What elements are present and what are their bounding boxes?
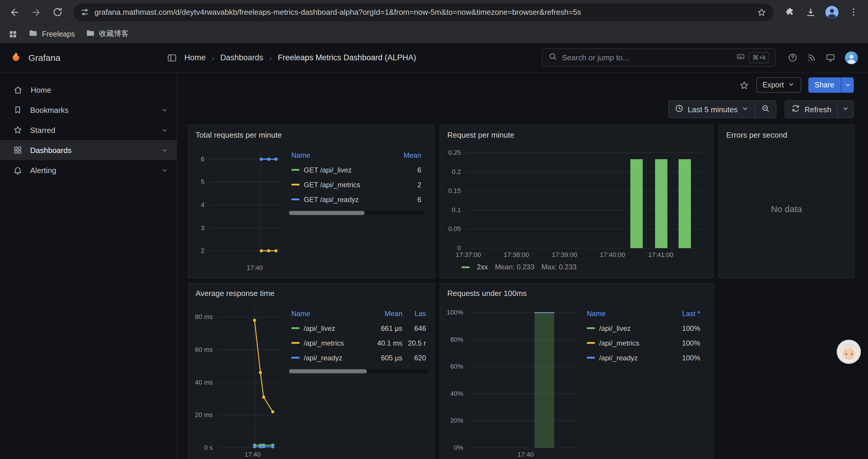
menu-kebab-icon[interactable]: [843, 2, 863, 22]
time-range-picker[interactable]: Last 5 minutes: [668, 100, 755, 118]
svg-text:80%: 80%: [450, 336, 463, 343]
breadcrumb-dashboards[interactable]: Dashboards: [220, 53, 263, 62]
news-rss-icon[interactable]: [807, 53, 816, 63]
back-button[interactable]: [5, 2, 25, 22]
series-swatch: [587, 357, 595, 359]
legend-header[interactable]: Name: [291, 309, 365, 318]
series-swatch: [291, 357, 300, 359]
legend-row[interactable]: /api/_livez100%: [584, 321, 703, 335]
legend-row[interactable]: GET /api/_livez6: [289, 162, 424, 177]
legend-row[interactable]: /api/_metrics40.1 ms20.5 r: [289, 335, 428, 350]
panel-header[interactable]: Request per minute: [440, 125, 713, 144]
panel-request-per-minute[interactable]: Request per minute 00.050.10.150.20.2517…: [440, 125, 714, 278]
panel-average-response-time[interactable]: Average response time 0 s20 ms40 ms60 ms…: [188, 283, 435, 459]
legend-header[interactable]: Las: [406, 309, 426, 318]
timeseries-chart[interactable]: 2345617:40: [194, 144, 286, 273]
chevron-down-icon[interactable]: [161, 146, 168, 154]
star-icon: [13, 125, 23, 135]
sidebar-item-home[interactable]: Home: [0, 80, 177, 100]
bookmark-folder-blogs[interactable]: 收藏博客: [85, 28, 128, 40]
panel-header[interactable]: Average response time: [188, 284, 434, 302]
chart-svg: 00.050.10.150.20.2517:37:0017:38:0017:39…: [446, 144, 707, 260]
svg-text:17:39:00: 17:39:00: [552, 251, 577, 258]
grafana-logo[interactable]: [9, 50, 23, 65]
legend-scrollbar[interactable]: [289, 369, 428, 373]
panel-errors-per-second[interactable]: Errors per second No data: [718, 125, 855, 278]
apps-grid-icon[interactable]: [8, 29, 18, 39]
search-shortcut: ⌘+k: [736, 52, 769, 63]
chevron-down-icon[interactable]: [161, 106, 168, 114]
legend-header[interactable]: Name: [587, 309, 668, 318]
search-input[interactable]: Search or jump to... ⌘+k: [542, 48, 776, 67]
no-data-message: No data: [725, 144, 848, 273]
svg-text:4: 4: [201, 201, 205, 208]
panel-title: Errors per second: [726, 130, 787, 139]
bar-chart[interactable]: 00.050.10.150.20.2517:37:0017:38:0017:39…: [446, 144, 707, 260]
grafana-app: Grafana Home › Dashboards › Freeleaps Me…: [0, 43, 868, 459]
timeseries-chart[interactable]: 0 s20 ms40 ms60 ms80 ms17:40: [194, 302, 286, 459]
favorite-star-button[interactable]: [739, 80, 749, 90]
bookmark-star-icon[interactable]: [757, 7, 766, 17]
panel-title: Total requests per minute: [195, 130, 282, 139]
help-icon[interactable]: [788, 53, 798, 63]
legend-header[interactable]: Last *: [672, 309, 700, 318]
breadcrumb-home[interactable]: Home: [184, 53, 206, 62]
legend-table: NameMeanLas/api/_livez661 µs646/api/_met…: [286, 302, 428, 459]
sidebar-item-bookmarks[interactable]: Bookmarks: [0, 100, 177, 120]
zoom-out-icon: [761, 104, 770, 114]
share-menu-chevron[interactable]: [841, 77, 854, 93]
legend-row[interactable]: /api/_readyz605 µs620: [289, 350, 428, 365]
panel-header[interactable]: Total requests per minute: [188, 125, 434, 144]
legend-header[interactable]: Name: [291, 151, 392, 159]
export-button[interactable]: Export: [756, 77, 801, 93]
legend-header[interactable]: Mean: [395, 151, 421, 159]
site-settings-icon[interactable]: [80, 8, 89, 17]
legend[interactable]: 2xx Mean: 0.233 Max: 0.233: [446, 260, 707, 275]
svg-text:6: 6: [201, 155, 205, 163]
assistant-avatar[interactable]: [838, 341, 860, 363]
svg-text:100%: 100%: [447, 309, 463, 316]
svg-text:17:41:00: 17:41:00: [648, 251, 674, 258]
chevron-down-icon[interactable]: [161, 126, 168, 134]
legend-row[interactable]: GET /api/_metrics2: [289, 177, 424, 192]
series-name[interactable]: 2xx: [477, 263, 488, 271]
bookmark-folder-freeleaps[interactable]: Freeleaps: [28, 28, 75, 40]
share-button[interactable]: Share: [808, 77, 854, 93]
extensions-icon[interactable]: [779, 2, 800, 22]
legend-header[interactable]: Mean: [368, 309, 402, 318]
forward-button[interactable]: [26, 2, 46, 22]
downloads-icon[interactable]: [801, 2, 821, 22]
chevron-down-icon[interactable]: [161, 166, 168, 174]
reload-button[interactable]: [47, 2, 67, 22]
legend-row[interactable]: /api/_readyz100%: [584, 350, 703, 365]
sidebar-item-dashboards[interactable]: Dashboards: [0, 140, 177, 160]
profile-avatar[interactable]: [822, 2, 842, 22]
address-bar[interactable]: grafana.mathmast.com/d/deytv4rwavabkb/fr…: [73, 3, 773, 21]
legend-row[interactable]: GET /api/_readyz6: [289, 192, 424, 207]
series-swatch: [587, 342, 595, 344]
browser-window: grafana.mathmast.com/d/deytv4rwavabkb/fr…: [0, 0, 868, 459]
legend-scrollbar[interactable]: [289, 211, 424, 215]
refresh-button[interactable]: Refresh: [785, 100, 838, 118]
zoom-out-button[interactable]: [755, 100, 777, 118]
sidebar-item-alerting[interactable]: Alerting: [0, 160, 177, 180]
sidebar-toggle-icon[interactable]: [167, 52, 177, 63]
panel-header[interactable]: Requests under 100ms: [440, 284, 713, 302]
panel-requests-under-100ms[interactable]: Requests under 100ms 0%20%40%60%80%100%1…: [440, 283, 714, 459]
legend-row[interactable]: /api/_metrics100%: [584, 335, 703, 350]
svg-text:0: 0: [457, 244, 461, 252]
brand: Grafana: [9, 50, 159, 65]
sidebar-item-starred[interactable]: Starred: [0, 120, 177, 140]
refresh-interval-chevron[interactable]: [837, 100, 854, 118]
url-text: grafana.mathmast.com/d/deytv4rwavabkb/fr…: [95, 8, 752, 17]
monitor-icon[interactable]: [826, 53, 836, 63]
bar-chart[interactable]: 0%20%40%60%80%100%17:40: [446, 302, 582, 459]
panel-total-requests[interactable]: Total requests per minute 2345617:40 Nam…: [188, 125, 435, 278]
panel-header[interactable]: Errors per second: [719, 125, 854, 144]
user-avatar[interactable]: [844, 51, 859, 65]
series-swatch: [291, 184, 300, 186]
svg-text:0%: 0%: [454, 444, 463, 451]
bookmark-icon: [13, 105, 23, 114]
chevron-down-icon: [842, 105, 849, 114]
legend-row[interactable]: /api/_livez661 µs646: [289, 321, 428, 335]
